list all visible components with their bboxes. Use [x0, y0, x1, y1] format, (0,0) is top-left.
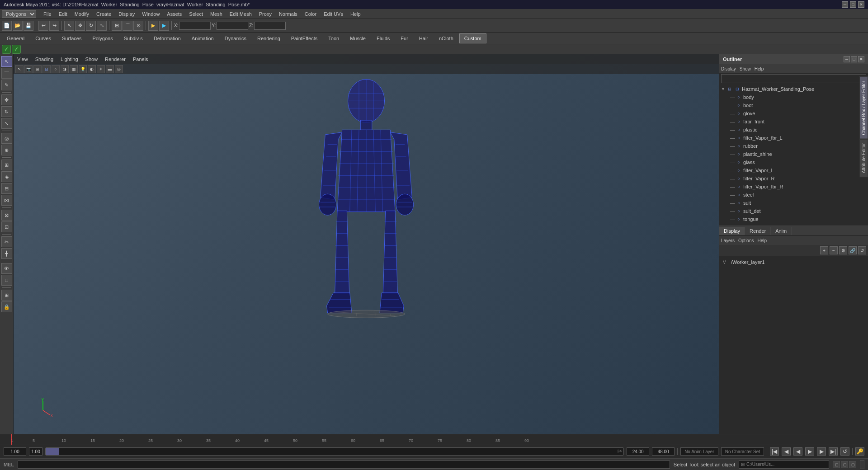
- tab-hair[interactable]: Hair: [414, 33, 433, 43]
- x-field[interactable]: [179, 22, 211, 30]
- ring-btn[interactable]: ⊡: [1, 221, 12, 232]
- outliner-item-filter-vapor-r[interactable]: — ○ filter_Vapor_R: [719, 174, 868, 183]
- go-start-btn[interactable]: |◀: [770, 447, 779, 456]
- split-btn[interactable]: ╋: [1, 248, 12, 259]
- save-file-btn[interactable]: 💾: [24, 21, 33, 31]
- vp-menu-show[interactable]: Show: [84, 56, 100, 63]
- next-frame-btn[interactable]: ▶: [817, 447, 826, 456]
- go-end-btn[interactable]: ▶|: [829, 447, 838, 456]
- vp-shadow-btn[interactable]: ◐: [88, 65, 96, 73]
- outliner-item-filter-vapor-l[interactable]: — ○ filter_Vapor_L: [719, 166, 868, 174]
- options-menu[interactable]: Options: [738, 238, 754, 243]
- tab-subdivs[interactable]: Subdiv s: [119, 33, 148, 43]
- undo-btn[interactable]: ↩: [38, 21, 48, 31]
- redo-btn[interactable]: ↪: [49, 21, 59, 31]
- outliner-item-filter-vapor-fbr-r[interactable]: — ○ filter_Vapor_fbr_R: [719, 183, 868, 191]
- vp-bg-btn[interactable]: ▬: [106, 65, 114, 73]
- move-btn[interactable]: ✥: [75, 21, 85, 31]
- display-btn[interactable]: □: [1, 275, 12, 286]
- rotate-btn[interactable]: ↻: [86, 21, 96, 31]
- scale-tool-left[interactable]: ⤡: [1, 118, 12, 129]
- grid-btn[interactable]: ⊞: [1, 290, 12, 301]
- layer-tab-display[interactable]: Display: [719, 227, 745, 235]
- tab-animation[interactable]: Animation: [187, 33, 219, 43]
- timeline[interactable]: 1 5 10 15 20 25 30 35 40 45 50 55 60 65 …: [0, 434, 868, 445]
- layers-menu[interactable]: Layers: [721, 238, 735, 243]
- outliner-item-plastic[interactable]: — ○ plastic: [719, 126, 868, 134]
- layer-tab-render[interactable]: Render: [745, 227, 771, 235]
- frame-start-field[interactable]: [4, 447, 26, 456]
- menu-edit-uvs[interactable]: Edit UVs: [322, 10, 345, 18]
- mode-selector[interactable]: Polygons: [2, 10, 36, 18]
- vp-shade-btn[interactable]: ◑: [61, 65, 69, 73]
- outliner-item-rubber[interactable]: — ○ rubber: [719, 142, 868, 150]
- menu-mesh[interactable]: Mesh: [208, 10, 224, 18]
- loop-btn[interactable]: ⊠: [1, 210, 12, 221]
- play-btn[interactable]: ▶: [805, 447, 814, 456]
- layer-add-btn[interactable]: +: [820, 246, 828, 254]
- outliner-item-suit[interactable]: — ○ suit: [719, 199, 868, 207]
- outliner-item-steel[interactable]: — ○ steel: [719, 191, 868, 199]
- tab-general[interactable]: General: [2, 33, 29, 43]
- y-field[interactable]: [217, 22, 248, 30]
- tab-dynamics[interactable]: Dynamics: [220, 33, 251, 43]
- menu-edit-mesh[interactable]: Edit Mesh: [228, 10, 254, 18]
- prev-frame-btn[interactable]: ◀: [782, 447, 791, 456]
- outliner-search[interactable]: [721, 74, 866, 83]
- tab-muscle[interactable]: Muscle: [345, 33, 371, 43]
- bridge-btn[interactable]: ⊟: [1, 183, 12, 194]
- scale-btn[interactable]: ⤡: [97, 21, 107, 31]
- outliner-item-tongue[interactable]: — ○ tongue: [719, 215, 868, 223]
- help-menu[interactable]: Help: [757, 238, 767, 243]
- layer-tab-anim[interactable]: Anim: [771, 227, 792, 235]
- paint-tool[interactable]: ✎: [1, 80, 12, 90]
- snap-btn[interactable]: 🔒: [1, 301, 12, 312]
- menu-modify[interactable]: Modify: [73, 10, 91, 18]
- menu-file[interactable]: File: [42, 10, 53, 18]
- select-tool[interactable]: ↖: [1, 56, 12, 67]
- tab-painteffects[interactable]: PaintEffects: [286, 33, 323, 43]
- mel-command-input[interactable]: [18, 461, 670, 469]
- outliner-item-suit-det[interactable]: — ○ suit_det: [719, 207, 868, 215]
- vp-light-btn[interactable]: 💡: [79, 65, 87, 73]
- outliner-item-root[interactable]: ▼ ⊟ ⊡ Hazmat_Worker_Standing_Pose: [719, 85, 868, 93]
- tab-curves[interactable]: Curves: [30, 33, 56, 43]
- outliner-maximize[interactable]: □: [851, 56, 857, 62]
- tab-rendering[interactable]: Rendering: [252, 33, 285, 43]
- vp-texture-btn[interactable]: ▦: [70, 65, 78, 73]
- snap-curve-btn[interactable]: ⌒: [123, 21, 132, 31]
- status-icon-2[interactable]: ◻: [841, 461, 848, 468]
- vp-ambient-btn[interactable]: ☀: [97, 65, 105, 73]
- menu-select[interactable]: Select: [187, 10, 205, 18]
- anim-layer-selector[interactable]: No Anim Layer: [680, 447, 718, 456]
- snap-point-btn[interactable]: ⊙: [133, 21, 143, 31]
- outliner-minimize[interactable]: ─: [844, 56, 850, 62]
- outliner-item-glass[interactable]: — ○ glass: [719, 158, 868, 166]
- outliner-menu-display[interactable]: Display: [721, 66, 736, 71]
- tab-deformation[interactable]: Deformation: [149, 33, 186, 43]
- vp-menu-lighting[interactable]: Lighting: [59, 56, 80, 63]
- show-hide-btn[interactable]: 👁: [1, 263, 12, 274]
- soft-select-btn[interactable]: ◎: [1, 133, 12, 144]
- sculpt-btn[interactable]: ⊕: [1, 145, 12, 155]
- viewport[interactable]: View Shading Lighting Show Renderer Pane…: [14, 54, 719, 434]
- snap-grid-btn[interactable]: ⊞: [112, 21, 122, 31]
- vp-smooth-btn[interactable]: ○: [52, 65, 60, 73]
- loop-btn[interactable]: ↺: [840, 447, 849, 456]
- merge-btn[interactable]: ⋈: [1, 195, 12, 206]
- layer-connect-btn[interactable]: 🔗: [849, 246, 857, 254]
- vp-menu-renderer[interactable]: Renderer: [103, 56, 127, 63]
- vp-wireframe-btn[interactable]: ⊡: [42, 65, 51, 73]
- vp-menu-panels[interactable]: Panels: [131, 56, 150, 63]
- tab-surfaces[interactable]: Surfaces: [57, 33, 86, 43]
- maximize-button[interactable]: □: [850, 1, 856, 8]
- menu-window[interactable]: Window: [140, 10, 161, 18]
- menu-proxy[interactable]: Proxy: [257, 10, 274, 18]
- tab-ncloth[interactable]: nCloth: [434, 33, 458, 43]
- frame-end2-field[interactable]: [652, 447, 675, 456]
- checkmark-btn-2[interactable]: ✓: [12, 45, 21, 54]
- layer-refresh-btn[interactable]: ↺: [858, 246, 866, 254]
- menu-display[interactable]: Display: [117, 10, 137, 18]
- close-button[interactable]: ✕: [858, 1, 864, 8]
- status-icon-1[interactable]: ◻: [833, 461, 840, 468]
